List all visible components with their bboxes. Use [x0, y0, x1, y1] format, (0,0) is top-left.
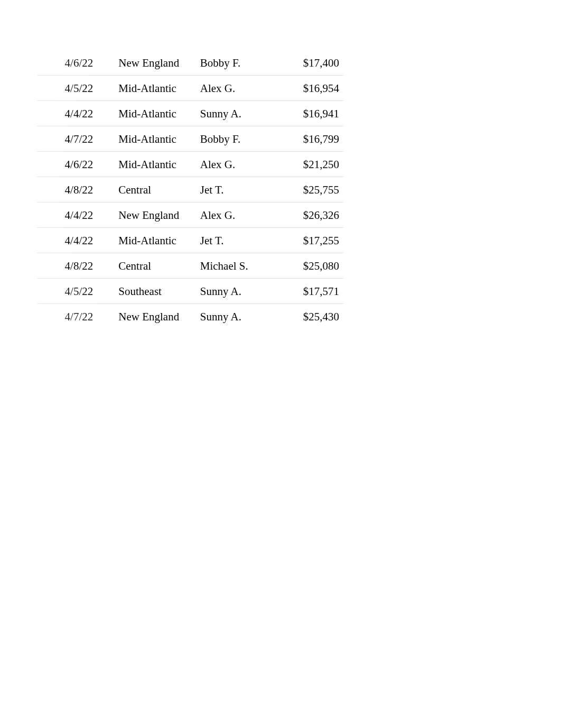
cell-region: Central: [114, 177, 196, 202]
cell-region: New England: [114, 202, 196, 228]
cell-amount: $25,755: [273, 177, 343, 202]
cell-person: Sunny A.: [196, 304, 274, 329]
cell-amount: $17,400: [273, 50, 343, 76]
cell-amount: $17,255: [273, 228, 343, 253]
cell-date: 4/6/22: [37, 50, 114, 76]
cell-date: 4/6/22: [37, 152, 114, 177]
cell-date: 4/4/22: [37, 202, 114, 228]
cell-date: 4/7/22: [37, 304, 114, 329]
cell-region: Mid-Atlantic: [114, 228, 196, 253]
cell-region: Mid-Atlantic: [114, 101, 196, 126]
cell-person: Alex G.: [196, 152, 274, 177]
cell-region: Central: [114, 253, 196, 279]
cell-person: Alex G.: [196, 202, 274, 228]
cell-person: Jet T.: [196, 228, 274, 253]
cell-amount: $16,941: [273, 101, 343, 126]
cell-amount: $25,430: [273, 304, 343, 329]
cell-amount: $21,250: [273, 152, 343, 177]
table-row: 4/4/22 Mid-Atlantic Jet T. $17,255: [37, 228, 343, 253]
cell-amount: $17,571: [273, 279, 343, 304]
cell-date: 4/4/22: [37, 228, 114, 253]
table-row: 4/5/22 Mid-Atlantic Alex G. $16,954: [37, 76, 343, 101]
cell-region: Mid-Atlantic: [114, 152, 196, 177]
table-row: 4/7/22 Mid-Atlantic Bobby F. $16,799: [37, 126, 343, 152]
cell-person: Sunny A.: [196, 279, 274, 304]
cell-amount: $26,326: [273, 202, 343, 228]
cell-date: 4/5/22: [37, 76, 114, 101]
data-table-body: 4/6/22 New England Bobby F. $17,400 4/5/…: [37, 50, 343, 329]
cell-date: 4/7/22: [37, 126, 114, 152]
table-row: 4/4/22 Mid-Atlantic Sunny A. $16,941: [37, 101, 343, 126]
cell-date: 4/8/22: [37, 177, 114, 202]
cell-person: Bobby F.: [196, 50, 274, 76]
data-table: 4/6/22 New England Bobby F. $17,400 4/5/…: [37, 50, 343, 329]
table-row: 4/8/22 Central Jet T. $25,755: [37, 177, 343, 202]
cell-person: Bobby F.: [196, 126, 274, 152]
table-row: 4/7/22 New England Sunny A. $25,430: [37, 304, 343, 329]
table-row: 4/6/22 Mid-Atlantic Alex G. $21,250: [37, 152, 343, 177]
table-row: 4/5/22 Southeast Sunny A. $17,571: [37, 279, 343, 304]
cell-region: Southeast: [114, 279, 196, 304]
table-row: 4/6/22 New England Bobby F. $17,400: [37, 50, 343, 76]
cell-date: 4/5/22: [37, 279, 114, 304]
cell-person: Jet T.: [196, 177, 274, 202]
cell-person: Sunny A.: [196, 101, 274, 126]
cell-date: 4/4/22: [37, 101, 114, 126]
cell-region: Mid-Atlantic: [114, 126, 196, 152]
cell-amount: $25,080: [273, 253, 343, 279]
cell-region: New England: [114, 50, 196, 76]
cell-amount: $16,799: [273, 126, 343, 152]
table-row: 4/4/22 New England Alex G. $26,326: [37, 202, 343, 228]
cell-region: Mid-Atlantic: [114, 76, 196, 101]
cell-person: Michael S.: [196, 253, 274, 279]
cell-amount: $16,954: [273, 76, 343, 101]
cell-region: New England: [114, 304, 196, 329]
cell-date: 4/8/22: [37, 253, 114, 279]
cell-person: Alex G.: [196, 76, 274, 101]
data-table-container: 4/6/22 New England Bobby F. $17,400 4/5/…: [37, 50, 343, 329]
table-row: 4/8/22 Central Michael S. $25,080: [37, 253, 343, 279]
